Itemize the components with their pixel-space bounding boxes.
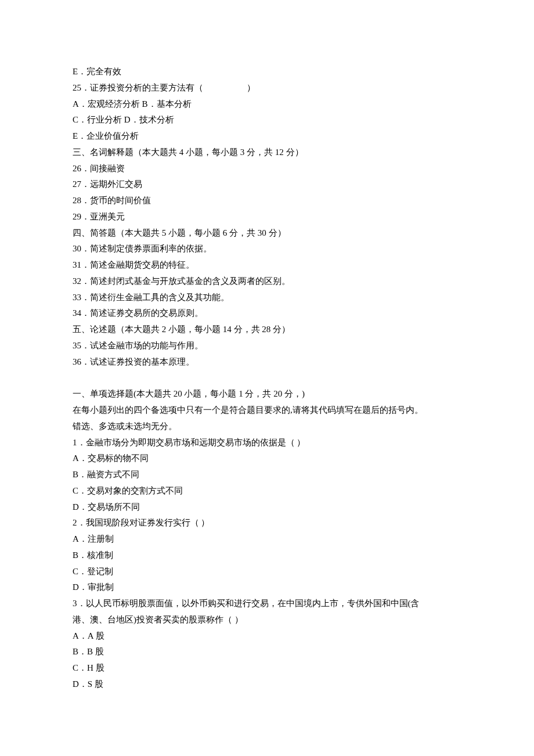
question-2: 2．我国现阶段对证券发行实行（ ） xyxy=(73,515,461,531)
question-28: 28．货币的时间价值 xyxy=(73,193,461,209)
q1-option-c: C．交易对象的交割方式不同 xyxy=(73,483,461,499)
section-spacer xyxy=(73,370,461,386)
option-ab: A．宏观经济分析 B．基本分析 xyxy=(73,96,461,113)
option-e: E．完全有效 xyxy=(73,64,461,80)
question-29: 29．亚洲美元 xyxy=(73,209,461,225)
q1-option-d: D．交易场所不同 xyxy=(73,499,461,516)
q3-option-c: C．H 股 xyxy=(73,660,461,676)
q2-option-b: B．核准制 xyxy=(73,548,461,564)
section-3-header: 三、名词解释题（本大题共 4 小题，每小题 3 分，共 12 分） xyxy=(73,145,461,161)
q2-option-c: C．登记制 xyxy=(73,564,461,580)
question-3-line1: 3．以人民币标明股票面值，以外币购买和进行交易，在中国境内上市，专供外国和中国(… xyxy=(73,596,461,612)
q1-option-b: B．融资方式不同 xyxy=(73,467,461,483)
option-e-2: E．企业价值分析 xyxy=(73,128,461,145)
question-34: 34．简述证券交易所的交易原则。 xyxy=(73,305,461,322)
section-5-header: 五、论述题（本大题共 2 小题，每小题 14 分，共 28 分） xyxy=(73,322,461,338)
section-4-header: 四、简答题（本大题共 5 小题，每小题 6 分，共 30 分） xyxy=(73,225,461,242)
question-3-line2: 港、澳、台地区)投资者买卖的股票称作（ ） xyxy=(73,612,461,628)
section-1-instructions-1: 在每小题列出的四个备选项中只有一个是符合题目要求的,请将其代码填写在题后的括号内… xyxy=(73,402,461,419)
q2-option-d: D．审批制 xyxy=(73,579,461,596)
question-1: 1．金融市场分为即期交易市场和远期交易市场的依据是（ ） xyxy=(73,435,461,451)
question-30: 30．简述制定债券票面利率的依据。 xyxy=(73,241,461,257)
question-35: 35．试述金融市场的功能与作用。 xyxy=(73,338,461,354)
section-1-header: 一、单项选择题(本大题共 20 小题，每小题 1 分，共 20 分，) xyxy=(73,386,461,402)
question-31: 31．简述金融期货交易的特征。 xyxy=(73,257,461,273)
q3-option-a: A．A 股 xyxy=(73,628,461,645)
question-33: 33．简述衍生金融工具的含义及其功能。 xyxy=(73,290,461,306)
q3-option-d: D．S 股 xyxy=(73,676,461,693)
q2-option-a: A．注册制 xyxy=(73,531,461,548)
question-32: 32．简述封闭式基金与开放式基金的含义及两者的区别。 xyxy=(73,273,461,290)
option-cd: C．行业分析 D．技术分析 xyxy=(73,112,461,128)
question-27: 27．远期外汇交易 xyxy=(73,177,461,193)
question-25: 25．证券投资分析的主要方法有（ ） xyxy=(73,80,461,96)
question-36: 36．试述证券投资的基本原理。 xyxy=(73,354,461,370)
q1-option-a: A．交易标的物不同 xyxy=(73,451,461,467)
section-1-instructions-2: 错选、多选或未选均无分。 xyxy=(73,419,461,435)
question-26: 26．间接融资 xyxy=(73,161,461,177)
q3-option-b: B．B 股 xyxy=(73,644,461,660)
